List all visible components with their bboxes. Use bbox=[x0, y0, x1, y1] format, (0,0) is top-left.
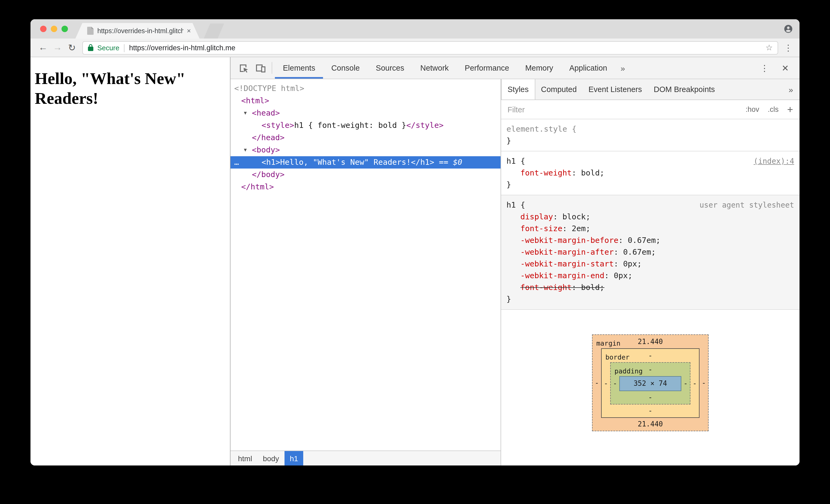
dom-token: </style> bbox=[406, 121, 444, 129]
devtools-menu-icon[interactable]: ⋮ bbox=[754, 63, 775, 73]
tab-close-icon[interactable]: × bbox=[187, 27, 191, 35]
dom-tree-node[interactable]: </html> bbox=[230, 181, 501, 193]
inspect-element-icon[interactable] bbox=[235, 57, 252, 78]
css-selector[interactable]: element.style { bbox=[506, 123, 576, 135]
dom-tree-node[interactable]: </head> bbox=[230, 132, 501, 144]
css-property[interactable]: -webkit-margin-after: 0.67em; bbox=[506, 246, 794, 258]
tab-application[interactable]: Application bbox=[561, 57, 615, 78]
dom-tree-node[interactable]: ▼<body> bbox=[230, 144, 501, 156]
style-rules: element.style {}h1 {(index):4font-weight… bbox=[501, 119, 800, 466]
tab-title: https://overrides-in-html.glitch bbox=[97, 27, 184, 34]
styles-sidebar-tabs: StylesComputedEvent ListenersDOM Breakpo… bbox=[501, 79, 800, 100]
dom-tree-node[interactable]: <html> bbox=[230, 95, 501, 107]
devtools-close-icon[interactable]: ✕ bbox=[775, 63, 795, 73]
devtools-toolbar: ElementsConsoleSourcesNetworkPerformance… bbox=[230, 57, 800, 79]
border-label: border bbox=[605, 351, 630, 363]
padding-top-value[interactable]: - bbox=[648, 364, 652, 375]
sidebar-tab-computed[interactable]: Computed bbox=[535, 79, 583, 99]
dom-tree-node[interactable]: </body> bbox=[230, 168, 501, 181]
padding-bottom-value[interactable]: - bbox=[611, 391, 690, 404]
css-rule: h1 {user agent stylesheetdisplay: block;… bbox=[501, 195, 800, 310]
box-model-padding[interactable]: padding - - 352 × 74 bbox=[610, 362, 691, 405]
css-property-name: font-weight bbox=[520, 283, 572, 292]
styles-filter-row: Filter :hov .cls + bbox=[501, 100, 800, 119]
css-property[interactable]: -webkit-margin-end: 0px; bbox=[506, 270, 794, 281]
breadcrumb-item-h1[interactable]: h1 bbox=[285, 451, 304, 466]
devtools-body: <!DOCTYPE html><html>▼<head><style>h1 { … bbox=[230, 79, 800, 466]
back-button[interactable]: ← bbox=[36, 42, 50, 53]
margin-right-value[interactable]: - bbox=[700, 377, 708, 389]
border-right-value[interactable]: - bbox=[691, 377, 699, 389]
margin-top-value[interactable]: 21.440 bbox=[638, 336, 663, 347]
box-model-margin[interactable]: margin 21.440 - border - bbox=[592, 335, 709, 431]
stylesheet-link[interactable]: (index):4 bbox=[754, 155, 794, 167]
bookmark-star-icon[interactable]: ☆ bbox=[766, 43, 773, 53]
css-property[interactable]: font-size: 2em; bbox=[506, 223, 794, 234]
css-property[interactable]: -webkit-margin-start: 0px; bbox=[506, 258, 794, 270]
dom-tree-node[interactable]: …<h1>Hello, "What's New" Readers!</h1> =… bbox=[230, 156, 501, 168]
css-property-value: bold bbox=[581, 168, 600, 177]
window-controls bbox=[40, 26, 68, 32]
tab-elements[interactable]: Elements bbox=[275, 57, 323, 78]
tab-sources[interactable]: Sources bbox=[368, 57, 412, 78]
dom-tree-node[interactable]: <style>h1 { font-weight: bold }</style> bbox=[230, 119, 501, 132]
browser-menu-icon[interactable]: ⋮ bbox=[783, 42, 794, 53]
css-property-name: -webkit-margin-start bbox=[520, 259, 614, 268]
breadcrumb-item-html[interactable]: html bbox=[233, 451, 257, 466]
dom-token: </html> bbox=[241, 183, 274, 191]
tab-network[interactable]: Network bbox=[412, 57, 457, 78]
css-selector[interactable]: h1 { bbox=[506, 199, 525, 211]
css-property[interactable]: display: block; bbox=[506, 211, 794, 223]
tab-performance[interactable]: Performance bbox=[457, 57, 517, 78]
margin-left-value[interactable]: - bbox=[593, 377, 601, 389]
reload-button[interactable]: ↻ bbox=[65, 42, 79, 53]
more-tabs-icon[interactable]: » bbox=[615, 57, 631, 78]
css-rule: element.style {} bbox=[501, 119, 800, 151]
element-classes-button[interactable]: .cls bbox=[768, 105, 779, 114]
minimize-window-button[interactable] bbox=[51, 26, 57, 32]
dom-tree-node[interactable]: ▼<head> bbox=[230, 107, 501, 119]
box-model-content[interactable]: 352 × 74 bbox=[619, 376, 681, 391]
tab-console[interactable]: Console bbox=[323, 57, 368, 78]
sidebar-tab-event-listeners[interactable]: Event Listeners bbox=[583, 79, 648, 99]
zoom-window-button[interactable] bbox=[62, 26, 68, 32]
dom-token: </head> bbox=[252, 133, 285, 142]
padding-right-value[interactable]: - bbox=[681, 378, 690, 389]
margin-bottom-value[interactable]: 21.440 bbox=[593, 418, 708, 431]
css-property[interactable]: font-weight: bold; bbox=[506, 167, 794, 179]
close-window-button[interactable] bbox=[40, 26, 46, 32]
border-left-value[interactable]: - bbox=[602, 377, 610, 389]
url-text[interactable]: https://overrides-in-html.glitch.me bbox=[129, 43, 762, 52]
css-rule-close-brace: } bbox=[506, 135, 794, 147]
sidebar-more-tabs-icon[interactable]: » bbox=[782, 79, 800, 99]
toggle-element-state-button[interactable]: :hov bbox=[745, 105, 759, 114]
sidebar-tab-dom-breakpoints[interactable]: DOM Breakpoints bbox=[648, 79, 721, 99]
browser-tab[interactable]: https://overrides-in-html.glitch × bbox=[75, 23, 199, 38]
dom-tree-node[interactable]: <!DOCTYPE html> bbox=[230, 83, 501, 95]
breadcrumb-item-body[interactable]: body bbox=[257, 451, 285, 466]
box-model-border[interactable]: border - - padding bbox=[601, 348, 700, 418]
padding-left-value[interactable]: - bbox=[611, 378, 619, 389]
expand-arrow-icon[interactable]: ▼ bbox=[244, 144, 252, 156]
dom-token: == bbox=[434, 158, 453, 166]
device-toolbar-icon[interactable] bbox=[252, 57, 269, 78]
new-tab-button[interactable] bbox=[204, 24, 224, 38]
sidebar-tab-styles[interactable]: Styles bbox=[501, 79, 535, 99]
border-bottom-value[interactable]: - bbox=[602, 405, 699, 417]
expand-arrow-icon[interactable]: ▼ bbox=[244, 107, 252, 119]
tab-memory[interactable]: Memory bbox=[517, 57, 561, 78]
styles-filter-input[interactable]: Filter bbox=[508, 105, 737, 114]
devtools-panel: ElementsConsoleSourcesNetworkPerformance… bbox=[230, 57, 800, 466]
css-selector[interactable]: h1 { bbox=[506, 155, 525, 167]
border-top-value[interactable]: - bbox=[648, 350, 652, 361]
browser-toolbar: ← → ↻ Secure | https://overrides-in-html… bbox=[30, 38, 800, 57]
css-property[interactable]: font-weight: bold; bbox=[506, 281, 794, 293]
address-bar[interactable]: Secure | https://overrides-in-html.glitc… bbox=[82, 41, 778, 54]
css-property[interactable]: -webkit-margin-before: 0.67em; bbox=[506, 234, 794, 246]
dom-token: <html> bbox=[241, 96, 269, 105]
forward-button[interactable]: → bbox=[50, 42, 65, 53]
new-style-rule-button[interactable]: + bbox=[787, 104, 793, 115]
css-property-value: 0px bbox=[623, 259, 637, 268]
css-property-value: 0px bbox=[614, 271, 628, 280]
profile-icon[interactable] bbox=[784, 24, 793, 34]
